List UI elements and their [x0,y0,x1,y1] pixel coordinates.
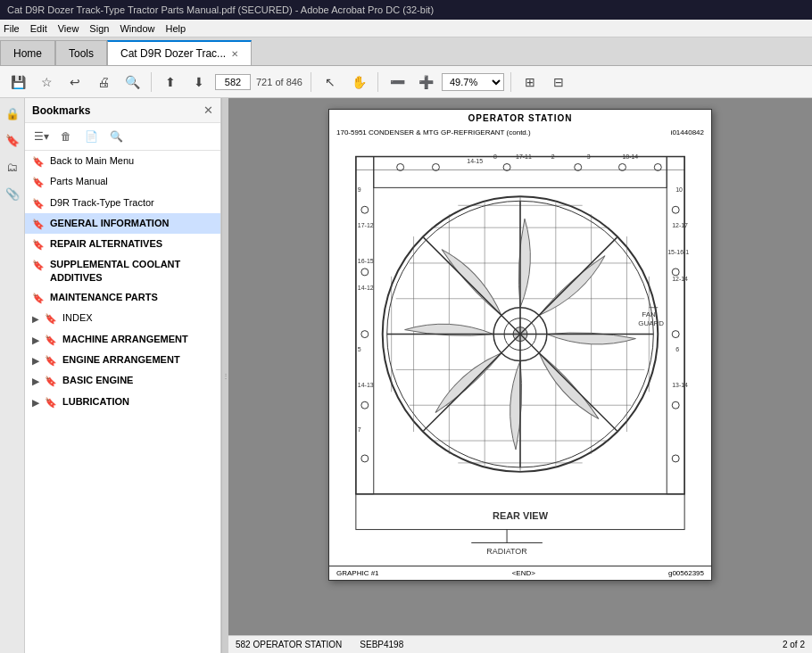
pdf-subheader: 170-5951 CONDENSER & MTG GP-REFRIGERANT … [328,127,712,138]
bookmark-icon: 🔖 [32,292,45,304]
bookmark-item-engine-arr[interactable]: ▶ 🔖 ENGINE ARRANGEMENT [25,350,220,370]
expand-icon[interactable]: ▶ [32,335,39,346]
print-button[interactable]: 🖨 [91,70,116,95]
bookmark-item-maint-parts[interactable]: 🔖 MAINTENANCE PARTS [25,287,220,308]
menu-sign[interactable]: Sign [89,23,109,34]
bookmark-label: D9R Track-Type Tractor [50,196,213,209]
tab-doc[interactable]: Cat D9R Dozer Trac... ✕ [107,40,252,65]
bookmark-item-general-info[interactable]: 🔖 GENERAL INFORMATION [25,213,220,234]
expand-icon[interactable]: ▶ [32,355,39,367]
bookmarks-delete-button[interactable]: 🗑 [55,127,77,146]
bookmark-item-basic-engine[interactable]: ▶ 🔖 BASIC ENGINE [25,370,220,391]
back-button[interactable]: ↩ [62,70,87,95]
svg-line-49 [520,335,617,431]
bookmarks-title: Bookmarks [32,104,90,117]
menu-bar: File Edit View Sign Window Help [0,20,812,37]
resize-dots-icon: ⋮ [222,372,228,380]
menu-view[interactable]: View [58,23,79,34]
svg-text:14-12: 14-12 [358,285,374,291]
svg-text:10: 10 [675,186,683,193]
pdf-status-doc: SEBP4198 [360,640,403,649]
bookmark-label: INDEX [62,311,213,324]
bookmark-item-repair-alt[interactable]: 🔖 REPAIR ALTERNATIVES [25,234,220,254]
svg-text:16-15: 16-15 [358,258,374,264]
svg-line-50 [520,237,617,334]
page-number-input[interactable] [215,74,251,90]
menu-help[interactable]: Help [166,23,186,34]
next-page-button[interactable]: ⬇ [186,70,211,95]
select-tool-button[interactable]: ↖ [318,70,343,95]
bookmark-icon: 🔖 [32,238,45,251]
zoom-out-button[interactable]: ➖ [385,70,410,95]
fit-page-button[interactable]: ⊞ [518,70,543,95]
fit-width-button[interactable]: ⊟ [546,70,571,95]
attachment-icon[interactable]: 📎 [3,184,22,203]
svg-point-20 [672,455,679,462]
bookmarks-options-button[interactable]: ☰▾ [30,127,52,146]
bookmark-item-d9r-track[interactable]: 🔖 D9R Track-Type Tractor [25,193,220,213]
tab-tools-label: Tools [69,47,94,60]
bookmark-icon: 🔖 [32,218,45,230]
svg-rect-9 [356,157,374,494]
svg-point-13 [361,331,369,338]
bookmark-icon: 🔖 [45,334,57,346]
separator-1 [151,72,152,92]
svg-point-15 [361,455,369,462]
svg-text:6: 6 [675,347,679,353]
panel-resize-handle[interactable]: ⋮ [221,98,228,653]
pdf-page-title: OPERATOR STATION [328,109,712,127]
tab-home[interactable]: Home [0,40,55,65]
bookmark-label: REPAIR ALTERNATIVES [50,237,213,250]
pdf-footer-right: g00562395 [668,569,704,577]
pdf-diagram: REAR VIEW RADIATOR FAN GUARD 14-15 8 17-… [328,138,712,566]
bookmark-item-lubrication[interactable]: ▶ 🔖 LUBRICATION [25,392,220,412]
expand-icon[interactable]: ▶ [32,397,39,409]
title-text: Cat D9R Dozer Track-Type Tractor Parts M… [7,4,434,15]
bookmark-item-parts-manual[interactable]: 🔖 Parts Manual [25,171,220,192]
tab-close-icon[interactable]: ✕ [231,49,238,59]
pdf-subheader-left: 170-5951 CONDENSER & MTG GP-REFRIGERANT … [336,128,531,136]
tab-tools[interactable]: Tools [55,40,107,65]
svg-line-51 [424,335,520,431]
bookmark-label: ENGINE ARRANGEMENT [62,353,213,366]
separator-3 [377,72,378,92]
bookmark-item-index[interactable]: ▶ 🔖 INDEX [25,308,220,328]
menu-file[interactable]: File [4,23,20,34]
bookmarks-close-icon[interactable]: ✕ [203,103,213,117]
expand-icon[interactable]: ▶ [32,313,39,325]
title-bar: Cat D9R Dozer Track-Type Tractor Parts M… [0,0,812,20]
svg-text:18-14: 18-14 [622,153,638,160]
bookmark-icon: 🔖 [32,197,45,210]
bookmarks-search-button[interactable]: 🔍 [105,127,127,146]
layers-icon[interactable]: 🗂 [3,157,22,177]
menu-edit[interactable]: Edit [30,23,47,34]
svg-text:3: 3 [587,153,591,160]
menu-window[interactable]: Window [120,23,154,34]
svg-text:FAN: FAN [642,310,656,318]
pdf-status-pages: 2 of 2 [783,640,805,649]
svg-rect-1 [374,157,667,188]
expand-icon[interactable]: ▶ [32,376,39,387]
bookmark-item-machine-arr[interactable]: ▶ 🔖 MACHINE ARRANGEMENT [25,329,220,350]
tab-bar: Home Tools Cat D9R Dozer Trac... ✕ [0,37,812,66]
pdf-footer-center: <END> [512,569,535,577]
svg-point-19 [672,401,679,409]
svg-point-16 [672,206,679,213]
separator-4 [510,72,511,92]
zoom-out-toolbar-button[interactable]: 🔍 [120,70,145,95]
prev-page-button[interactable]: ⬆ [158,70,183,95]
bookmark-item-back-to-main[interactable]: 🔖 Back to Main Menu [25,151,220,171]
bookmark-label: MACHINE ARRANGEMENT [62,333,213,345]
bookmarks-new-button[interactable]: 📄 [80,127,102,146]
bookmark-item-suppl-coolant[interactable]: 🔖 SUPPLEMENTAL COOLANT ADDITIVES [25,254,220,287]
save-button[interactable]: 💾 [5,70,30,95]
svg-text:7: 7 [358,426,361,433]
zoom-in-button[interactable]: ➕ [413,70,438,95]
bookmark-icon: 🔖 [45,312,57,325]
hand-tool-button[interactable]: ✋ [346,70,371,95]
lock-icon[interactable]: 🔒 [3,103,22,123]
bookmark-add-button[interactable]: ☆ [34,70,59,95]
bookmark-panel-icon[interactable]: 🔖 [3,130,22,150]
zoom-select[interactable]: 49.7% 25% 50% 75% 100% [442,73,504,91]
bookmarks-list: 🔖 Back to Main Menu 🔖 Parts Manual 🔖 D9R… [25,151,220,653]
